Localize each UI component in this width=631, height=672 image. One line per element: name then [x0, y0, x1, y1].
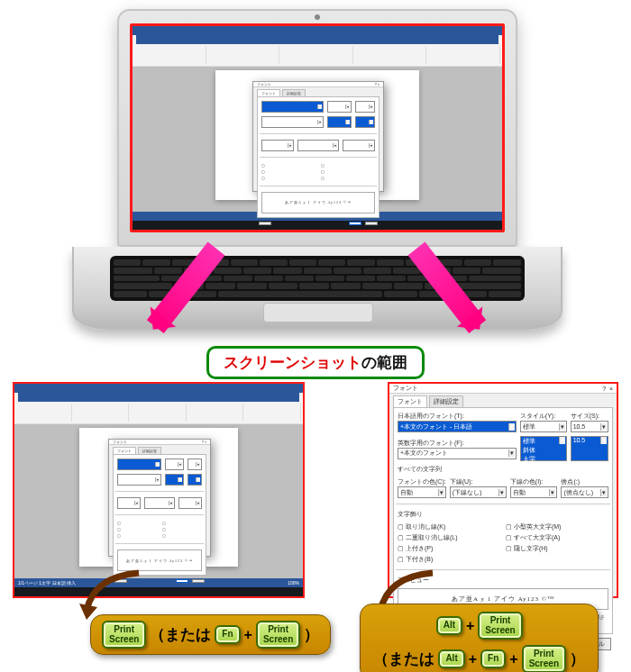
- effects-label: 文字飾り: [398, 510, 608, 519]
- key-printscreen: PrintScreen: [522, 645, 566, 672]
- western-font-select[interactable]: +本文のフォント: [398, 448, 517, 459]
- size-list[interactable]: 10.5: [571, 436, 608, 461]
- western-font-label: 英数字用のフォント(F):: [398, 439, 517, 448]
- chk-super[interactable]: 上付き(P): [398, 544, 500, 553]
- caption-badge: スクリーンショットの範囲: [206, 346, 425, 379]
- key-printscreen: PrintScreen: [478, 612, 522, 640]
- plus-icon: +: [509, 651, 517, 667]
- text-or-open: （または: [373, 649, 434, 669]
- chk-strike[interactable]: 取り消し線(K): [398, 522, 500, 531]
- fullscreen-capture-result: フォント? × フォント詳細設定 あア亜A y 1 アイウ Ay123 ©™: [13, 382, 305, 598]
- word-window-thumb: フォント? × フォント詳細設定: [133, 26, 502, 230]
- key-alt: Alt: [438, 649, 464, 668]
- jp-font-label: 日本語用のフォント(T):: [398, 412, 517, 421]
- chk-allcaps[interactable]: すべて大文字(A): [506, 533, 608, 542]
- chk-smallcaps[interactable]: 小型英大文字(M): [506, 522, 608, 531]
- key-fn: Fn: [480, 649, 506, 668]
- chk-hidden[interactable]: 隠し文字(H): [506, 544, 608, 553]
- jp-font-select[interactable]: +本文のフォント - 日本語: [398, 421, 517, 432]
- keycombo-activewindow: Alt + PrintScreen （または Alt + Fn + PrintS…: [360, 604, 599, 672]
- key-printscreen: PrintScreen: [102, 621, 146, 649]
- tab-advanced[interactable]: 詳細設定: [429, 395, 463, 407]
- font-color-select[interactable]: 自動: [398, 486, 446, 498]
- size-input[interactable]: 10.5: [571, 421, 608, 432]
- emphasis-select[interactable]: (傍点なし): [561, 486, 608, 498]
- text-close: ）: [304, 624, 319, 645]
- size-label: サイズ(S):: [571, 412, 608, 421]
- figure-canvas: フォント? × フォント詳細設定: [9, 9, 622, 663]
- style-label: スタイル(Y):: [520, 412, 567, 421]
- active-window-capture-result: フォント ? × フォント 詳細設定 日本語用のフォント(T): +本文のフォン…: [388, 382, 618, 598]
- underline-select[interactable]: (下線なし): [450, 486, 507, 498]
- font-dialog-thumb: フォント? × フォント詳細設定: [252, 81, 384, 192]
- style-input[interactable]: 標準: [520, 421, 567, 432]
- caption-rest: の範囲: [361, 354, 407, 371]
- dialog-title: フォント: [393, 384, 418, 393]
- plus-icon: +: [244, 627, 252, 643]
- key-printscreen: PrintScreen: [256, 621, 300, 649]
- plus-icon: +: [469, 651, 477, 667]
- tab-font[interactable]: フォント: [393, 395, 427, 407]
- key-fn: Fn: [215, 625, 240, 644]
- text-or-open: （または: [150, 624, 211, 645]
- caption-highlight: スクリーンショット: [224, 354, 361, 371]
- text-close: ）: [570, 649, 585, 669]
- all-text-label: すべての文字列: [398, 465, 608, 474]
- window-controls[interactable]: ? ×: [602, 386, 613, 392]
- laptop-screen-frame: フォント? × フォント詳細設定: [117, 9, 517, 247]
- dialog-titlebar: フォント ? ×: [389, 384, 617, 394]
- chk-dstrike[interactable]: 二重取り消し線(L): [398, 533, 500, 542]
- chk-sub[interactable]: 下付き(B): [398, 555, 500, 564]
- underline-color-select[interactable]: 自動: [510, 486, 558, 498]
- plus-icon: +: [466, 618, 474, 634]
- laptop-screen-highlight: フォント? × フォント詳細設定: [130, 23, 505, 232]
- keycombo-fullscreen: PrintScreen （または Fn + PrintScreen ）: [90, 614, 331, 655]
- key-alt: Alt: [436, 616, 462, 635]
- style-list[interactable]: 標準斜体太字: [520, 436, 567, 461]
